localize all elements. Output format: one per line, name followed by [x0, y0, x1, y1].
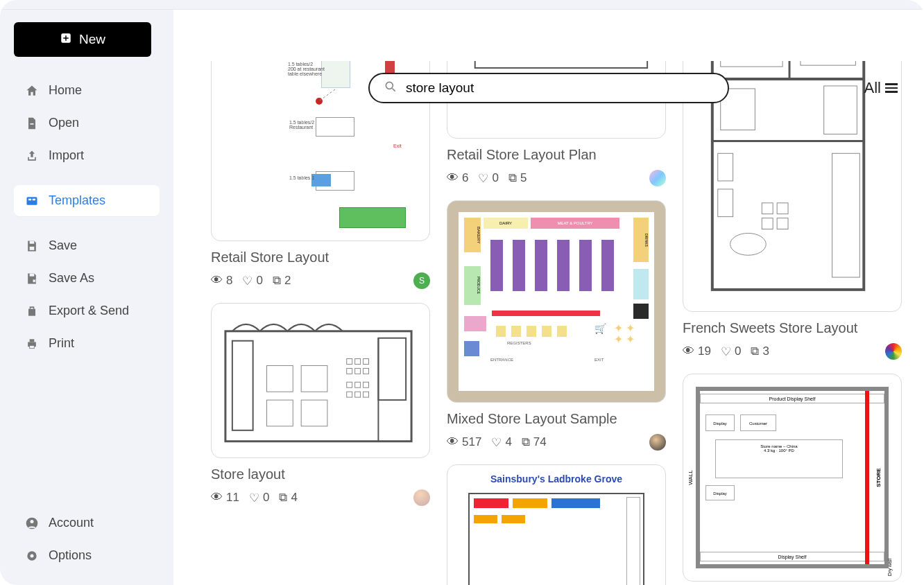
svg-rect-28: [267, 400, 293, 426]
template-card[interactable]: BAKERY DAIRY MEAT & POULTRY DRINKS PRODU…: [447, 200, 666, 451]
sidebar-item-templates[interactable]: Templates: [14, 185, 160, 216]
svg-rect-12: [30, 339, 35, 342]
svg-rect-37: [355, 382, 361, 387]
sidebar-item-label: Save: [49, 238, 77, 253]
svg-rect-60: [718, 153, 733, 181]
copy-icon: ⧉: [522, 435, 530, 449]
sidebar-item-label: Save As: [49, 271, 94, 286]
svg-rect-32: [363, 359, 369, 365]
eye-icon: 👁: [447, 171, 459, 185]
sidebar-item-label: Print: [49, 336, 74, 351]
svg-rect-41: [363, 392, 369, 397]
new-button[interactable]: New: [14, 22, 151, 57]
export-icon: [25, 304, 39, 318]
svg-rect-4: [27, 197, 37, 205]
svg-rect-67: [832, 153, 860, 277]
sidebar-item-print[interactable]: Print: [14, 328, 160, 359]
template-card[interactable]: French Sweets Store Layout 👁19 ♡0 ⧉3: [683, 61, 902, 360]
template-title: French Sweets Store Layout: [683, 320, 902, 336]
svg-rect-65: [762, 218, 773, 229]
file-icon: [25, 116, 39, 130]
author-avatar[interactable]: [413, 489, 430, 506]
print-icon: [25, 337, 39, 351]
template-thumbnail: Sainsbury's Ladbroke Grove: [447, 464, 666, 585]
new-button-label: New: [79, 32, 105, 47]
template-meta: 👁517 ♡4 ⧉74: [447, 434, 666, 451]
svg-point-62: [730, 233, 767, 255]
svg-rect-55: [721, 61, 782, 67]
svg-line-22: [335, 61, 392, 62]
template-title: Mixed Store Layout Sample: [447, 411, 666, 427]
sidebar-item-label: Home: [49, 83, 82, 98]
heart-icon: ♡: [242, 274, 253, 288]
sidebar-item-export[interactable]: Export & Send: [14, 295, 160, 326]
copy-icon: ⧉: [279, 491, 287, 505]
sidebar-item-options[interactable]: Options: [14, 540, 160, 571]
copy-icon: ⧉: [508, 171, 517, 185]
template-card[interactable]: Store layout 👁11 ♡0 ⧉4: [211, 303, 430, 506]
home-icon: [25, 84, 39, 98]
svg-line-19: [393, 89, 395, 91]
template-title: Store layout: [211, 466, 430, 482]
sidebar-item-account[interactable]: Account: [14, 507, 160, 539]
template-card[interactable]: Sainsbury's Ladbroke Grove: [447, 464, 666, 585]
save-as-icon: [25, 272, 39, 286]
sidebar-item-open[interactable]: Open: [14, 107, 160, 139]
sidebar-item-label: Templates: [49, 193, 105, 208]
svg-rect-27: [301, 365, 327, 392]
sidebar-item-label: Options: [49, 548, 92, 563]
author-avatar[interactable]: [649, 170, 666, 186]
template-thumbnail: Product Display Shelf Display Customer S…: [683, 374, 902, 582]
search-input[interactable]: [406, 80, 714, 96]
svg-rect-34: [355, 368, 361, 374]
filter-all-button[interactable]: All: [864, 79, 898, 97]
svg-rect-63: [762, 203, 773, 214]
svg-rect-8: [30, 246, 35, 250]
svg-point-17: [31, 554, 34, 557]
sidebar-item-home[interactable]: Home: [14, 75, 160, 106]
copy-icon: ⧉: [751, 344, 759, 358]
eye-icon: 👁: [447, 435, 459, 449]
author-avatar[interactable]: [885, 343, 902, 360]
sidebar-item-label: Account: [49, 516, 94, 530]
sidebar-item-label: Open: [49, 116, 79, 130]
sidebar-item-label: Import: [49, 148, 84, 163]
svg-rect-61: [718, 189, 733, 217]
sidebar: New Home Open Import Templates: [0, 10, 173, 585]
svg-rect-6: [33, 198, 35, 200]
svg-rect-64: [777, 203, 788, 214]
sidebar-item-saveas[interactable]: Save As: [14, 263, 160, 294]
main-content: All: [173, 10, 924, 585]
svg-rect-2: [63, 37, 69, 39]
template-card[interactable]: Product Display Shelf Display Customer S…: [683, 374, 902, 582]
svg-rect-31: [355, 359, 361, 365]
heart-icon: ♡: [478, 171, 488, 186]
svg-rect-9: [30, 273, 35, 276]
svg-rect-36: [347, 382, 352, 387]
filter-label: All: [864, 79, 881, 97]
template-meta: 👁11 ♡0 ⧉4: [211, 489, 430, 506]
eye-icon: 👁: [683, 344, 694, 358]
gear-icon: [25, 549, 39, 563]
template-meta: 👁8 ♡0 ⧉2 S: [211, 272, 430, 289]
sidebar-item-import[interactable]: Import: [14, 140, 160, 171]
sidebar-item-save[interactable]: Save: [14, 230, 160, 261]
author-avatar[interactable]: S: [413, 272, 430, 289]
svg-point-18: [386, 82, 393, 89]
svg-rect-40: [355, 392, 361, 397]
search-icon: [384, 80, 397, 96]
svg-rect-25: [232, 341, 253, 430]
templates-icon: [25, 194, 39, 208]
svg-rect-33: [347, 368, 352, 374]
heart-icon: ♡: [721, 344, 731, 359]
sidebar-item-label: Export & Send: [49, 304, 129, 318]
svg-rect-7: [30, 241, 35, 243]
svg-rect-29: [301, 400, 327, 426]
save-icon: [25, 239, 39, 253]
svg-point-15: [31, 520, 34, 523]
eye-icon: 👁: [211, 274, 223, 288]
search-input-container: [368, 73, 729, 103]
svg-rect-35: [363, 368, 369, 374]
author-avatar[interactable]: [649, 434, 666, 451]
import-icon: [25, 149, 39, 163]
